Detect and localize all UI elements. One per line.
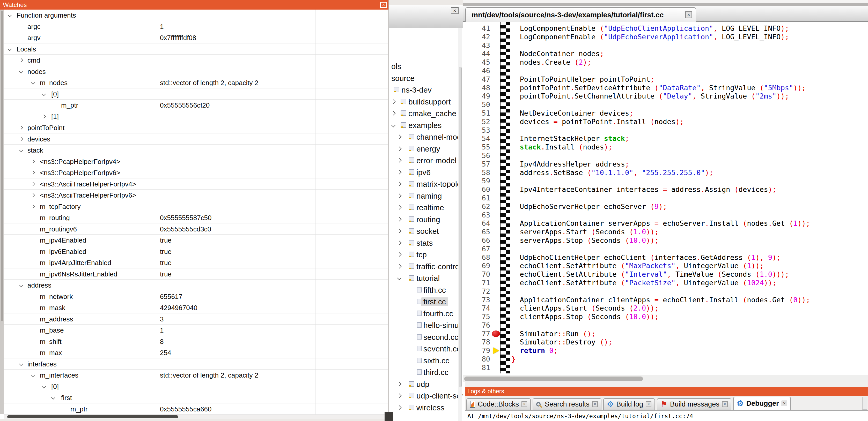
line-number[interactable]: 55 (463, 143, 490, 152)
code-line[interactable]: 80} (463, 355, 868, 364)
chevron-right-icon[interactable] (397, 217, 402, 221)
line-number[interactable]: 52 (463, 118, 490, 126)
tree-item-channel-mod[interactable]: channel-mod (389, 131, 463, 143)
logs-titlebar[interactable]: Logs & others (465, 387, 868, 396)
chevron-down-icon[interactable] (42, 384, 46, 388)
watch-row[interactable]: <ns3::PcapHelperForIpv4> (4, 156, 388, 167)
tree-item-ipv6[interactable]: ipv6 (389, 166, 463, 179)
code-line[interactable]: 63 (463, 211, 868, 220)
chevron-right-icon[interactable] (397, 182, 402, 186)
watch-row[interactable]: m_ipv6Enabledtrue (4, 246, 388, 257)
tree-item-first-cc[interactable]: first.cc (389, 296, 463, 308)
line-number[interactable]: 76 (463, 321, 490, 330)
watch-row[interactable]: m_base1 (4, 325, 388, 336)
watch-row[interactable]: m_max254 (4, 347, 388, 358)
code-line[interactable]: 44 NodeContainer nodes; (463, 50, 868, 58)
watch-row[interactable]: m_ipv4Enabledtrue (4, 234, 388, 246)
tree-item-fifth-cc[interactable]: fifth.cc (389, 284, 463, 296)
tree-panel-header[interactable]: × (389, 5, 463, 28)
column-divider[interactable] (315, 9, 315, 415)
watch-row[interactable]: Function arguments (4, 9, 388, 21)
tree-item-sixth-cc[interactable]: sixth.cc (389, 355, 463, 367)
line-number[interactable]: 44 (463, 50, 490, 58)
watches-horizontal-scrollbar[interactable] (4, 415, 384, 419)
watch-row[interactable]: devices (4, 133, 388, 145)
chevron-down-icon[interactable] (391, 123, 396, 127)
line-number[interactable]: 47 (463, 75, 490, 84)
tree-item-naming[interactable]: naming (389, 190, 463, 202)
chevron-right-icon[interactable] (397, 193, 402, 198)
code-line[interactable]: 78 Simulator::Destroy (); (463, 338, 868, 347)
tree-item-examples[interactable]: examples (389, 120, 463, 131)
line-number[interactable]: 77 (463, 330, 490, 338)
tree-item-matrix-topolo[interactable]: matrix-topolo (389, 178, 463, 190)
code-line[interactable]: 74 clientApps.Start (Seconds (2.0)); (463, 304, 868, 313)
watch-row[interactable]: first (4, 392, 388, 403)
code-line[interactable]: 75 clientApps.Stop (Seconds (10.0)); (463, 313, 868, 321)
chevron-down-icon[interactable] (42, 92, 46, 96)
line-number[interactable]: 63 (463, 211, 490, 220)
chevron-down-icon[interactable] (8, 47, 12, 51)
line-number[interactable]: 81 (463, 364, 490, 372)
code-area[interactable]: 41 LogComponentEnable ("UdpEchoClientApp… (463, 22, 868, 375)
watch-row[interactable]: [1] (4, 111, 388, 122)
tree-item-tutorial[interactable]: tutorial (389, 272, 463, 284)
code-line[interactable]: 62 UdpEchoServerHelper echoServer (9); (463, 202, 868, 211)
watch-row[interactable]: m_ptr0x5555555ca660 (4, 403, 388, 415)
code-line[interactable]: 61 (463, 194, 868, 202)
tree-item-third-cc[interactable]: third.cc (389, 366, 463, 378)
tree-item-ns-3-dev[interactable]: ns-3-dev (389, 84, 463, 96)
tree-item-fourth-cc[interactable]: fourth.cc (389, 308, 463, 320)
line-number[interactable]: 79 (463, 347, 490, 355)
tree-item-source[interactable]: source (389, 72, 463, 84)
chevron-right-icon[interactable] (397, 252, 402, 257)
tree-item-error-model[interactable]: error-model (389, 155, 463, 166)
watch-row[interactable]: argv0x7fffffffdf08 (4, 32, 388, 43)
chevron-right-icon[interactable] (397, 382, 402, 386)
chevron-down-icon[interactable] (51, 396, 55, 400)
watch-row[interactable]: m_ipv4ArpJitterEnabledtrue (4, 257, 388, 268)
watch-row[interactable]: address (4, 280, 388, 291)
line-number[interactable]: 67 (463, 245, 490, 253)
code-line[interactable]: 57 Ipv4AddressHelper address; (463, 160, 868, 169)
chevron-down-icon[interactable] (31, 373, 35, 377)
chevron-right-icon[interactable] (397, 135, 402, 139)
close-icon[interactable]: × (722, 401, 728, 407)
logs-tab-build-messages[interactable]: ⚑Build messages× (657, 398, 731, 410)
watch-row[interactable]: [0] (4, 89, 388, 100)
close-icon[interactable]: × (781, 400, 787, 406)
code-line[interactable]: 51 NetDeviceContainer devices; (463, 109, 868, 118)
line-number[interactable]: 54 (463, 134, 490, 143)
tree-item-traffic-contro[interactable]: traffic-contro (389, 261, 463, 272)
line-number[interactable]: 42 (463, 33, 490, 41)
watch-row[interactable]: m_ipv6NsRsJitterEnabledtrue (4, 268, 388, 280)
chevron-right-icon[interactable] (391, 99, 396, 104)
code-line[interactable]: 60 Ipv4InterfaceContainer interfaces = a… (463, 186, 868, 194)
code-line[interactable]: 68 UdpEchoClientHelper echoClient (inter… (463, 253, 868, 262)
tree-item-routing[interactable]: routing (389, 214, 463, 226)
tree-item-ols[interactable]: ols (389, 61, 463, 72)
close-icon[interactable]: × (592, 401, 598, 407)
line-number[interactable]: 73 (463, 296, 490, 304)
code-line[interactable]: 54 InternetStackHelper stack; (463, 134, 868, 143)
code-line[interactable]: 70 echoClient.SetAttribute ("Interval", … (463, 270, 868, 279)
chevron-down-icon[interactable] (19, 283, 23, 287)
close-icon[interactable]: × (522, 401, 527, 407)
line-number[interactable]: 62 (463, 202, 490, 211)
chevron-right-icon[interactable] (31, 171, 35, 175)
line-number[interactable]: 49 (463, 92, 490, 101)
code-line[interactable]: 59 (463, 177, 868, 186)
code-line[interactable]: 45 nodes.Create (2); (463, 58, 868, 67)
chevron-down-icon[interactable] (19, 362, 23, 366)
line-number[interactable]: 51 (463, 109, 490, 118)
watch-row[interactable]: interfaces (4, 358, 388, 370)
watch-row[interactable]: Locals (4, 43, 388, 55)
chevron-down-icon[interactable] (8, 13, 12, 17)
tree-item-second-cc[interactable]: second.cc (389, 331, 463, 343)
tree-item-seventh-cc[interactable]: seventh.cc (389, 343, 463, 355)
chevron-right-icon[interactable] (397, 158, 402, 163)
line-number[interactable]: 57 (463, 160, 490, 169)
watch-row[interactable]: m_interfacesstd::vector of length 2, cap… (4, 369, 388, 381)
line-number[interactable]: 58 (463, 169, 490, 177)
chevron-right-icon[interactable] (31, 193, 35, 197)
